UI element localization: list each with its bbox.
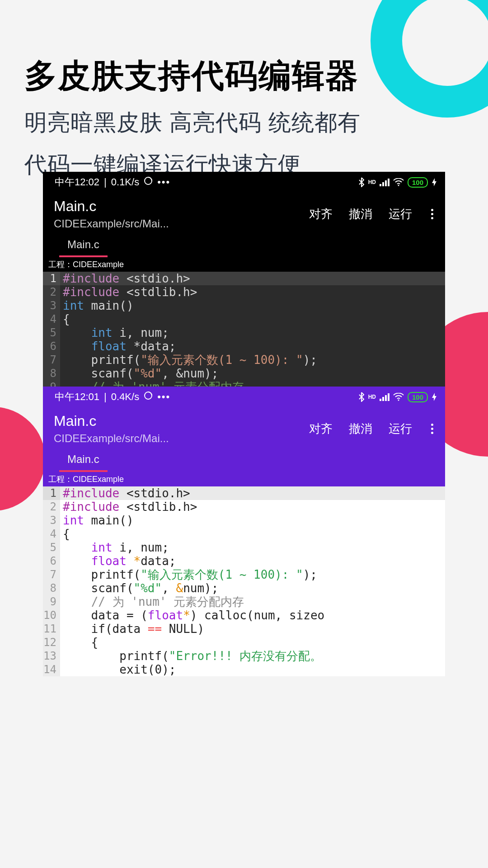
line-number: 7	[43, 568, 60, 581]
line-number: 5	[43, 541, 60, 554]
code-line[interactable]: 12 {	[43, 636, 445, 649]
code-line[interactable]: 8 scanf("%d", &num);	[43, 581, 445, 595]
project-name: CIDEExample	[73, 475, 124, 484]
line-number: 2	[43, 285, 60, 299]
code-line[interactable]: 4{	[43, 312, 445, 326]
line-number: 9	[43, 595, 60, 609]
code-line[interactable]: 2#include <stdlib.h>	[43, 500, 445, 514]
svg-rect-10	[388, 393, 389, 401]
svg-rect-1	[380, 184, 381, 186]
code-line[interactable]: 11 if(data == NULL)	[43, 622, 445, 636]
line-number: 8	[43, 581, 60, 595]
hero-title: 多皮肤支持代码编辑器	[24, 54, 361, 98]
code-line[interactable]: 4{	[43, 527, 445, 541]
wifi-icon	[393, 178, 404, 186]
battery-badge: 100	[408, 392, 428, 402]
signal-icon	[380, 393, 389, 401]
line-number: 12	[43, 636, 60, 649]
decorative-pink-circle-left	[0, 407, 45, 511]
code-line[interactable]: 7 printf("输入元素个数(1 ~ 100): ");	[43, 568, 445, 581]
line-number: 13	[43, 649, 60, 663]
svg-point-5	[398, 185, 399, 186]
run-button[interactable]: 运行	[389, 421, 412, 437]
more-menu-icon[interactable]	[428, 209, 436, 219]
code-line[interactable]: 1#include <stdio.h>	[43, 272, 445, 285]
status-divider: |	[104, 391, 107, 403]
svg-rect-7	[380, 399, 381, 401]
more-icon: •••	[157, 391, 170, 403]
tab-main-c[interactable]: Main.c	[59, 450, 108, 472]
code-line[interactable]: 13 printf("Error!!! 内存没有分配。	[43, 649, 445, 663]
line-number: 4	[43, 527, 60, 541]
hd-icon: HD	[368, 179, 376, 185]
line-number: 6	[43, 554, 60, 568]
status-time: 中午12:01	[55, 390, 99, 404]
align-button[interactable]: 对齐	[309, 206, 333, 222]
code-line[interactable]: 6 float *data;	[43, 340, 445, 353]
line-number: 6	[43, 340, 60, 353]
project-row-dark: 工程：CIDEExample	[43, 257, 445, 272]
file-path: CIDEExample/src/Mai...	[54, 432, 309, 445]
bluetooth-icon	[358, 177, 365, 187]
align-button[interactable]: 对齐	[309, 421, 333, 437]
signal-icon	[380, 178, 389, 186]
line-number: 1	[43, 486, 60, 500]
svg-rect-3	[385, 180, 387, 186]
charging-icon	[432, 392, 437, 401]
svg-rect-4	[388, 179, 389, 186]
more-menu-icon[interactable]	[428, 424, 436, 434]
code-editor-light[interactable]: 1#include <stdio.h> 2#include <stdlib.h>…	[43, 486, 445, 676]
status-netspeed: 0.1K/s	[111, 176, 139, 188]
battery-badge: 100	[408, 177, 428, 188]
hero-line1: 明亮暗黑皮肤 高亮代码 统统都有	[24, 106, 361, 140]
svg-rect-9	[385, 395, 387, 401]
tabs-row-dark: Main.c	[43, 236, 445, 257]
project-name: CIDEExample	[73, 260, 124, 269]
status-bar-light: 中午12:01 | 0.4K/s ••• HD 100	[43, 387, 445, 406]
code-line[interactable]: 14 exit(0);	[43, 663, 445, 676]
file-path: CIDEExample/src/Mai...	[54, 217, 309, 230]
code-line[interactable]: 7 printf("输入元素个数(1 ~ 100): ");	[43, 353, 445, 367]
line-number: 5	[43, 326, 60, 340]
app-bar-light: Main.c CIDEExample/src/Mai... 对齐 撤消 运行	[43, 406, 445, 451]
file-title: Main.c	[54, 198, 309, 215]
code-line[interactable]: 8 scanf("%d", &num);	[43, 367, 445, 380]
code-line[interactable]: 5 int i, num;	[43, 326, 445, 340]
status-netspeed: 0.4K/s	[111, 391, 139, 403]
code-line[interactable]: 3int main()	[43, 514, 445, 527]
tab-main-c[interactable]: Main.c	[59, 236, 108, 257]
run-button[interactable]: 运行	[389, 206, 412, 222]
code-line[interactable]: 5 int i, num;	[43, 541, 445, 554]
line-number: 4	[43, 312, 60, 326]
line-number: 3	[43, 514, 60, 527]
line-number: 11	[43, 622, 60, 636]
project-row-light: 工程：CIDEExample	[43, 472, 445, 486]
charging-icon	[432, 178, 437, 187]
line-number: 3	[43, 299, 60, 312]
code-line[interactable]: 10 data = (float*) calloc(num, sizeo	[43, 609, 445, 622]
line-number: 8	[43, 367, 60, 380]
line-number: 14	[43, 663, 60, 676]
tabs-row-light: Main.c	[43, 451, 445, 472]
undo-button[interactable]: 撤消	[349, 206, 372, 222]
code-line[interactable]: 6 float *data;	[43, 554, 445, 568]
decorative-teal-ring	[371, 0, 488, 118]
svg-rect-2	[382, 182, 384, 186]
more-icon: •••	[157, 176, 170, 188]
phone-light-theme: 中午12:01 | 0.4K/s ••• HD 100 Main.c CIDEE…	[43, 387, 445, 676]
project-label: 工程：	[48, 475, 73, 484]
code-line[interactable]: 1#include <stdio.h>	[43, 486, 445, 500]
status-bar-dark: 中午12:02 | 0.1K/s ••• HD 100	[43, 172, 445, 192]
app-bar-dark: Main.c CIDEExample/src/Mai... 对齐 撤消 运行	[43, 192, 445, 236]
code-line[interactable]: 3int main()	[43, 299, 445, 312]
svg-point-11	[398, 400, 399, 401]
line-number: 7	[43, 353, 60, 367]
hd-icon: HD	[368, 394, 376, 400]
code-line[interactable]: 9 // 为 'num' 元素分配内存	[43, 595, 445, 609]
code-line[interactable]: 2#include <stdlib.h>	[43, 285, 445, 299]
undo-button[interactable]: 撤消	[349, 421, 372, 437]
spinner-icon	[144, 391, 153, 403]
spinner-icon	[144, 176, 153, 188]
line-number: 10	[43, 609, 60, 622]
svg-rect-8	[382, 397, 384, 401]
